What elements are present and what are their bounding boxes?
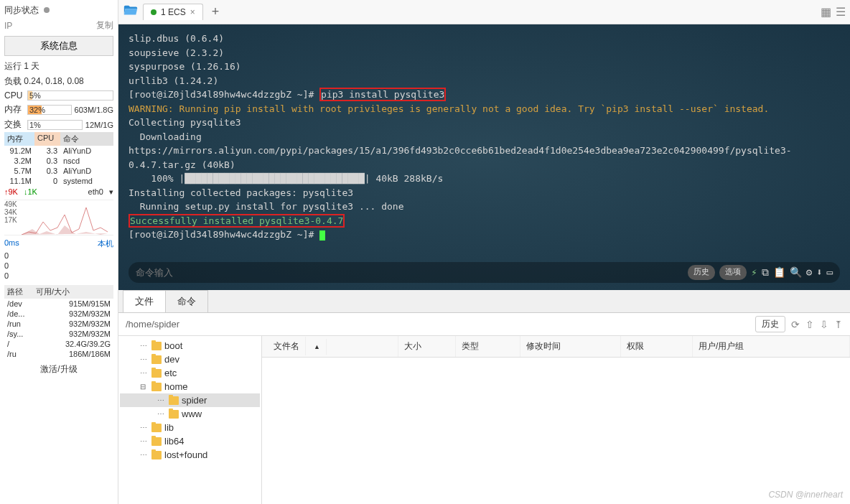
- term-progress: 100% |████████████████████████████████| …: [129, 172, 840, 186]
- tab-commands[interactable]: 命令: [165, 290, 208, 312]
- mem-label: 内存: [4, 103, 24, 116]
- tree-item[interactable]: ⋯spider: [120, 393, 260, 407]
- term-warning: WARNING: Running pip install with root p…: [129, 102, 840, 116]
- disk-row[interactable]: /de...932M/932M: [4, 309, 113, 319]
- tree-item[interactable]: ⋯www: [120, 407, 260, 421]
- ip-row: IP 复制: [4, 18, 113, 33]
- process-row[interactable]: 11.1M0systemd: [4, 176, 113, 186]
- tree-item[interactable]: ⋯etc: [120, 366, 260, 380]
- cpu-label: CPU: [4, 90, 24, 101]
- proc-hdr-mem[interactable]: 内存: [4, 132, 34, 146]
- gear-icon[interactable]: ⚙: [806, 265, 812, 280]
- disk-row[interactable]: /sy...932M/932M: [4, 329, 113, 339]
- col-size[interactable]: 大小: [398, 336, 456, 357]
- net-up: ↑9K: [4, 187, 18, 197]
- tree-item[interactable]: ⋯lost+found: [120, 448, 260, 462]
- status-dot-icon: [151, 9, 157, 15]
- folder-icon: [169, 396, 179, 405]
- download-icon[interactable]: ⬇: [816, 265, 822, 280]
- grid-view-icon[interactable]: ▦: [821, 5, 831, 19]
- col-type[interactable]: 类型: [456, 336, 520, 357]
- term-line: syspurpose (1.26.16): [129, 60, 840, 74]
- file-body: ⋯boot⋯dev⋯etc⊟home⋯spider⋯www⋯lib⋯lib64⋯…: [118, 336, 850, 504]
- tree-item[interactable]: ⋯lib: [120, 421, 260, 434]
- disk-row[interactable]: /ru186M/186M: [4, 349, 113, 359]
- copy-button[interactable]: 复制: [96, 19, 113, 32]
- chart-y-label: 34K: [4, 208, 17, 216]
- net-down: ↓1K: [24, 187, 37, 197]
- term-line: slip.dbus (0.6.4): [129, 32, 840, 46]
- folder-icon: [151, 437, 162, 446]
- chevron-down-icon[interactable]: ▾: [109, 187, 113, 197]
- tab-ecs[interactable]: 1 ECS ×: [143, 4, 203, 20]
- copy-icon[interactable]: ⧉: [762, 265, 769, 280]
- command-input-row: 历史 选项 ⚡ ⧉ 📋 🔍 ⚙ ⬇ ▭: [129, 262, 840, 283]
- current-path[interactable]: /home/spider: [126, 319, 749, 330]
- col-owner[interactable]: 用户/用户组: [693, 336, 850, 357]
- tree-item[interactable]: ⋯dev: [120, 353, 260, 366]
- options-button[interactable]: 选项: [719, 265, 747, 280]
- terminal[interactable]: slip.dbus (0.6.4) soupsieve (2.3.2) sysp…: [118, 24, 850, 290]
- chart-svg: [22, 200, 118, 235]
- main-area: 1 ECS × + ▦ ☰ slip.dbus (0.6.4) soupsiev…: [118, 0, 850, 504]
- term-prompt-line: [root@iZ0jld34l89hw4wc4dzzgbZ ~]#: [129, 228, 840, 242]
- swap-row: 交换 1% 12M/1G: [4, 117, 113, 132]
- command-input[interactable]: [136, 267, 682, 278]
- tab-bar: 1 ECS × + ▦ ☰: [118, 0, 850, 24]
- folder-icon: [151, 369, 162, 378]
- file-list-header: 文件名▲ 大小 类型 修改时间 权限 用户/用户组: [262, 336, 850, 358]
- zeros: 0 0 0: [4, 251, 113, 281]
- disk-hdr-path[interactable]: 路径: [4, 285, 33, 299]
- highlighted-command: pip3 install pysqlite3: [319, 88, 446, 101]
- tab-files[interactable]: 文件: [123, 290, 166, 312]
- disk-row[interactable]: /run932M/932M: [4, 319, 113, 329]
- col-mtime[interactable]: 修改时间: [520, 336, 621, 357]
- refresh-icon[interactable]: ⟳: [791, 319, 800, 330]
- net-chart: 49K 34K 17K: [4, 200, 113, 235]
- local-label[interactable]: 本机: [98, 238, 113, 249]
- path-history-button[interactable]: 历史: [755, 316, 785, 332]
- download-icon[interactable]: ⇩: [820, 319, 828, 330]
- proc-hdr-cmd[interactable]: 命令: [60, 132, 113, 146]
- fullscreen-icon[interactable]: ▭: [827, 265, 833, 280]
- activate-link[interactable]: 激活/升级: [4, 359, 113, 380]
- search-icon[interactable]: 🔍: [790, 265, 802, 280]
- disk-row[interactable]: /32.4G/39.2G: [4, 339, 113, 349]
- file-tabs: 文件 命令: [118, 290, 850, 313]
- ip-label: IP: [4, 21, 12, 31]
- process-row[interactable]: 91.2M3.3AliYunD: [4, 146, 113, 156]
- upload-alt-icon[interactable]: ⤒: [834, 319, 843, 330]
- col-perm[interactable]: 权限: [621, 336, 693, 357]
- net-interface[interactable]: eth0: [88, 187, 103, 197]
- process-row[interactable]: 5.7M0.3AliYunD: [4, 166, 113, 176]
- bolt-icon[interactable]: ⚡: [751, 265, 757, 280]
- list-view-icon[interactable]: ☰: [836, 5, 846, 19]
- term-line: Collecting pysqlite3: [129, 116, 840, 130]
- disk-row[interactable]: /dev915M/915M: [4, 299, 113, 309]
- close-icon[interactable]: ×: [190, 7, 195, 17]
- tree-item[interactable]: ⊟home: [120, 380, 260, 393]
- folder-open-icon[interactable]: [123, 3, 139, 21]
- folder-icon: [151, 355, 162, 364]
- disk-hdr-size[interactable]: 可用/大小: [33, 285, 113, 299]
- process-row[interactable]: 3.2M0.3nscd: [4, 156, 113, 166]
- mem-row: 内存 32% 603M/1.8G: [4, 102, 113, 117]
- latency-row: 0ms 本机: [4, 237, 113, 251]
- col-name[interactable]: 文件名▲: [262, 336, 398, 357]
- add-tab-button[interactable]: +: [207, 4, 224, 19]
- system-info-button[interactable]: 系统信息: [4, 36, 113, 56]
- tree-item[interactable]: ⋯boot: [120, 339, 260, 353]
- term-line: Downloading https://mirrors.aliyun.com/p…: [129, 130, 840, 172]
- folder-icon: [169, 410, 179, 419]
- folder-tree[interactable]: ⋯boot⋯dev⋯etc⊟home⋯spider⋯www⋯lib⋯lib64⋯…: [118, 336, 262, 504]
- paste-icon[interactable]: 📋: [773, 265, 785, 280]
- term-line: urllib3 (1.24.2): [129, 74, 840, 88]
- swap-label: 交换: [4, 118, 24, 131]
- proc-hdr-cpu[interactable]: CPU: [34, 132, 60, 146]
- folder-icon: [151, 424, 162, 432]
- load-text: 负载 0.24, 0.18, 0.08: [4, 74, 113, 89]
- history-button[interactable]: 历史: [688, 265, 715, 280]
- tree-item[interactable]: ⋯lib64: [120, 434, 260, 448]
- cursor-icon: [319, 230, 325, 241]
- upload-icon[interactable]: ⇧: [805, 319, 814, 330]
